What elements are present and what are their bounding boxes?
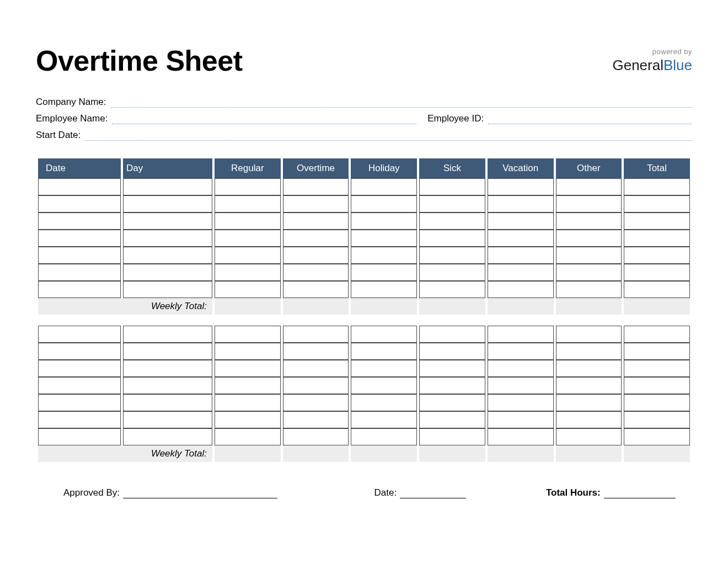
table-cell[interactable] bbox=[488, 178, 554, 195]
table-cell[interactable] bbox=[624, 343, 690, 360]
table-cell[interactable] bbox=[351, 394, 417, 411]
table-cell[interactable] bbox=[488, 213, 554, 230]
table-cell[interactable] bbox=[215, 326, 281, 343]
table-cell[interactable] bbox=[488, 195, 554, 213]
table-cell[interactable] bbox=[38, 230, 121, 247]
table-cell[interactable] bbox=[215, 264, 281, 281]
table-cell[interactable] bbox=[215, 394, 281, 411]
table-cell[interactable] bbox=[624, 360, 690, 377]
table-cell[interactable] bbox=[556, 428, 622, 445]
table-cell[interactable] bbox=[123, 428, 212, 445]
table-cell[interactable] bbox=[488, 411, 554, 428]
table-cell[interactable] bbox=[351, 281, 417, 298]
table-cell[interactable] bbox=[488, 377, 554, 394]
employee-id-input[interactable] bbox=[488, 124, 692, 124]
table-cell[interactable] bbox=[123, 247, 212, 264]
table-cell[interactable] bbox=[283, 377, 349, 394]
table-cell[interactable] bbox=[488, 230, 554, 247]
table-cell[interactable] bbox=[488, 264, 554, 281]
table-cell[interactable] bbox=[488, 360, 554, 377]
start-date-input[interactable] bbox=[85, 140, 692, 141]
table-cell[interactable] bbox=[215, 428, 281, 445]
table-cell[interactable] bbox=[215, 343, 281, 360]
table-cell[interactable] bbox=[419, 281, 485, 298]
table-cell[interactable] bbox=[556, 377, 622, 394]
table-cell[interactable] bbox=[488, 343, 554, 360]
footer-date-input[interactable] bbox=[400, 488, 466, 498]
table-cell[interactable] bbox=[556, 360, 622, 377]
table-cell[interactable] bbox=[38, 428, 121, 445]
table-cell[interactable] bbox=[123, 326, 212, 343]
table-cell[interactable] bbox=[351, 360, 417, 377]
table-cell[interactable] bbox=[556, 411, 622, 428]
table-cell[interactable] bbox=[123, 195, 212, 213]
table-cell[interactable] bbox=[215, 377, 281, 394]
table-cell[interactable] bbox=[351, 343, 417, 360]
table-cell[interactable] bbox=[123, 281, 212, 298]
table-cell[interactable] bbox=[283, 326, 349, 343]
table-cell[interactable] bbox=[419, 230, 485, 247]
table-cell[interactable] bbox=[38, 213, 121, 230]
table-cell[interactable] bbox=[283, 213, 349, 230]
table-cell[interactable] bbox=[419, 178, 485, 195]
table-cell[interactable] bbox=[351, 264, 417, 281]
table-cell[interactable] bbox=[123, 411, 212, 428]
table-cell[interactable] bbox=[38, 264, 121, 281]
table-cell[interactable] bbox=[556, 326, 622, 343]
table-cell[interactable] bbox=[624, 178, 690, 195]
table-cell[interactable] bbox=[283, 360, 349, 377]
table-cell[interactable] bbox=[351, 377, 417, 394]
table-cell[interactable] bbox=[624, 281, 690, 298]
table-cell[interactable] bbox=[351, 213, 417, 230]
table-cell[interactable] bbox=[38, 411, 121, 428]
table-cell[interactable] bbox=[624, 247, 690, 264]
table-cell[interactable] bbox=[488, 428, 554, 445]
table-cell[interactable] bbox=[38, 343, 121, 360]
table-cell[interactable] bbox=[624, 326, 690, 343]
table-cell[interactable] bbox=[556, 264, 622, 281]
table-cell[interactable] bbox=[488, 394, 554, 411]
table-cell[interactable] bbox=[38, 195, 121, 213]
table-cell[interactable] bbox=[556, 281, 622, 298]
table-cell[interactable] bbox=[624, 213, 690, 230]
table-cell[interactable] bbox=[215, 195, 281, 213]
table-cell[interactable] bbox=[556, 247, 622, 264]
table-cell[interactable] bbox=[419, 411, 485, 428]
table-cell[interactable] bbox=[38, 377, 121, 394]
table-cell[interactable] bbox=[283, 230, 349, 247]
table-cell[interactable] bbox=[488, 281, 554, 298]
table-cell[interactable] bbox=[283, 195, 349, 213]
table-cell[interactable] bbox=[38, 178, 121, 195]
table-cell[interactable] bbox=[556, 230, 622, 247]
table-cell[interactable] bbox=[624, 195, 690, 213]
table-cell[interactable] bbox=[556, 178, 622, 195]
table-cell[interactable] bbox=[419, 247, 485, 264]
table-cell[interactable] bbox=[215, 281, 281, 298]
table-cell[interactable] bbox=[351, 326, 417, 343]
table-cell[interactable] bbox=[419, 394, 485, 411]
table-cell[interactable] bbox=[624, 428, 690, 445]
table-cell[interactable] bbox=[123, 230, 212, 247]
table-cell[interactable] bbox=[419, 326, 485, 343]
table-cell[interactable] bbox=[283, 264, 349, 281]
table-cell[interactable] bbox=[419, 360, 485, 377]
table-cell[interactable] bbox=[283, 394, 349, 411]
table-cell[interactable] bbox=[283, 247, 349, 264]
table-cell[interactable] bbox=[283, 343, 349, 360]
table-cell[interactable] bbox=[38, 360, 121, 377]
table-cell[interactable] bbox=[123, 213, 212, 230]
table-cell[interactable] bbox=[38, 326, 121, 343]
table-cell[interactable] bbox=[283, 178, 349, 195]
table-cell[interactable] bbox=[419, 377, 485, 394]
table-cell[interactable] bbox=[283, 411, 349, 428]
table-cell[interactable] bbox=[351, 428, 417, 445]
table-cell[interactable] bbox=[419, 264, 485, 281]
table-cell[interactable] bbox=[215, 411, 281, 428]
table-cell[interactable] bbox=[123, 394, 212, 411]
table-cell[interactable] bbox=[556, 394, 622, 411]
table-cell[interactable] bbox=[283, 428, 349, 445]
table-cell[interactable] bbox=[351, 230, 417, 247]
table-cell[interactable] bbox=[123, 264, 212, 281]
employee-name-input[interactable] bbox=[112, 124, 416, 124]
table-cell[interactable] bbox=[419, 213, 485, 230]
